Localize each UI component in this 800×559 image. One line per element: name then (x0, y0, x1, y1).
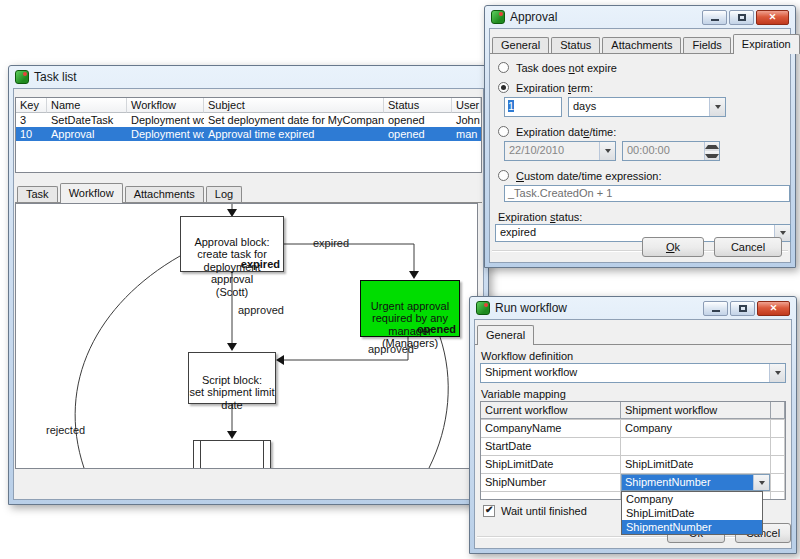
dropdown-button[interactable] (769, 364, 785, 382)
window-title: Approval (510, 10, 557, 24)
cell-name: SetDateTask (47, 113, 127, 127)
grid-row[interactable]: CompanyName Company (481, 420, 785, 438)
grid-cell-spacer (771, 474, 785, 491)
maximize-button[interactable] (729, 10, 754, 25)
tab-attachments[interactable]: Attachments (602, 37, 681, 53)
close-button[interactable]: ✕ (757, 301, 790, 316)
ok-button[interactable]: Ok (642, 237, 704, 257)
run-workflow-titlebar[interactable]: Run workflow ✕ (470, 297, 796, 319)
task-list-tabs: Task Workflow Attachments Log (15, 182, 482, 203)
workflow-definition-combo[interactable]: Shipment workflow (480, 363, 786, 383)
maximize-button[interactable] (730, 301, 755, 316)
tab-workflow[interactable]: Workflow (60, 183, 123, 203)
column-header-name[interactable]: Name (47, 98, 127, 113)
minimize-button[interactable] (702, 10, 727, 25)
workflow-definition-label: Workflow definition (481, 350, 573, 362)
grid-cell-spacer (771, 438, 785, 455)
cell-key: 10 (16, 127, 47, 141)
grid-cell-target[interactable]: ShipLimitDate (621, 456, 771, 473)
spin-down-button[interactable] (705, 151, 719, 160)
cell-name: Approval (47, 127, 127, 141)
node-shipment-workflow[interactable]: Shipment Workflow (193, 440, 271, 469)
node-urgent-approval[interactable]: Urgent approval required by any manager … (360, 280, 460, 337)
grid-cell-empty (481, 492, 621, 500)
task-list-titlebar[interactable]: Task list (9, 66, 488, 88)
node-script-block[interactable]: Script block: set shipment limit date (188, 352, 276, 404)
radio-custom-expression[interactable]: Custom date/time expression: (498, 169, 662, 182)
task-list-window: Task list Key Name Workflow Subject Stat… (8, 65, 489, 505)
minimize-button[interactable] (703, 301, 728, 316)
cell-workflow: Deployment wo... (127, 113, 204, 127)
radio-task-does-not-expire[interactable]: Task does not expire (498, 61, 617, 74)
node-approval-block[interactable]: Approval block: create task for deployme… (180, 216, 284, 272)
tab-log[interactable]: Log (206, 186, 242, 202)
tab-general[interactable]: General (477, 325, 534, 345)
close-icon: ✕ (769, 12, 777, 22)
radio-expiration-term[interactable]: Expiration term: (498, 81, 593, 94)
grid-cell-target[interactable]: Company (621, 420, 771, 437)
radio-expiration-datetime[interactable]: Expiration date/time: (498, 125, 616, 138)
approval-dialog: Approval ✕ General Status Attachments Fi… (484, 5, 796, 268)
radio-label: Expiration date/time: (516, 126, 616, 138)
node-status: opened (417, 323, 456, 336)
cell-user: man (452, 127, 481, 141)
table-row[interactable]: 3 SetDateTask Deployment wo... Set deplo… (16, 113, 481, 127)
wait-until-finished-checkbox[interactable]: Wait until finished (483, 505, 587, 517)
table-row-selected[interactable]: 10 Approval Deployment wo... Approval ti… (16, 127, 481, 141)
term-value-input[interactable]: 1 (504, 97, 562, 117)
grid-header: Current workflow Shipment workflow (481, 402, 785, 420)
variable-mapping-grid: Current workflow Shipment workflow Compa… (480, 401, 786, 500)
column-header-user[interactable]: User (452, 98, 481, 113)
chevron-up-icon (705, 145, 719, 149)
spin-up-button[interactable] (705, 142, 719, 151)
term-unit-combo[interactable]: days (568, 97, 726, 117)
target-variable-combo[interactable]: ShipmentNumber (621, 474, 770, 491)
run-workflow-tabs: General (475, 324, 791, 345)
approval-titlebar[interactable]: Approval ✕ (485, 6, 795, 28)
grid-row[interactable]: StartDate (481, 438, 785, 456)
dropdown-item-company[interactable]: Company (622, 492, 762, 506)
grid-header-spacer (771, 402, 785, 419)
column-header-key[interactable]: Key (16, 98, 47, 113)
expiration-status-label: Expiration status: (498, 211, 582, 223)
tab-task[interactable]: Task (17, 186, 58, 202)
app-icon (15, 70, 29, 84)
cell-workflow: Deployment wo... (127, 127, 204, 141)
grid-cell-target[interactable] (621, 438, 771, 455)
cell-key: 3 (16, 113, 47, 127)
column-header-subject[interactable]: Subject (204, 98, 384, 113)
dropdown-button[interactable] (709, 98, 725, 116)
variable-mapping-label: Variable mapping (481, 388, 566, 400)
window-title: Run workflow (495, 301, 567, 315)
run-workflow-body: General Workflow definition Shipment wor… (474, 319, 792, 549)
dropdown-button[interactable] (599, 142, 615, 160)
grid-header-current[interactable]: Current workflow (481, 402, 621, 419)
maximize-icon (739, 305, 747, 312)
expiration-time-spinner[interactable]: 00:00:00 (622, 141, 720, 161)
close-button[interactable]: ✕ (756, 10, 789, 25)
run-workflow-dialog: Run workflow ✕ General Workflow definiti… (469, 296, 797, 554)
chevron-down-icon (775, 371, 781, 375)
grid-row[interactable]: ShipLimitDate ShipLimitDate (481, 456, 785, 474)
tab-attachments[interactable]: Attachments (125, 186, 204, 202)
radio-label: Task does not expire (516, 62, 617, 74)
cell-subject: Set deployment date for MyCompany Inc. (204, 113, 384, 127)
custom-expression-input[interactable]: _Task.CreatedOn + 1 (504, 185, 790, 202)
dropdown-button[interactable] (753, 475, 769, 490)
tab-general[interactable]: General (492, 37, 549, 53)
dropdown-item-shipmentnumber[interactable]: ShipmentNumber (622, 520, 762, 534)
dropdown-item-shiplimitdate[interactable]: ShipLimitDate (622, 506, 762, 520)
tab-status[interactable]: Status (551, 37, 600, 53)
combo-value: 22/10/2010 (505, 142, 599, 160)
expiration-date-combo[interactable]: 22/10/2010 (504, 141, 616, 161)
combo-value: Shipment workflow (481, 364, 769, 382)
cancel-button[interactable]: Cancel (714, 237, 782, 257)
column-header-status[interactable]: Status (384, 98, 452, 113)
tab-expiration[interactable]: Expiration (733, 34, 800, 54)
grid-row[interactable]: ShipNumber ShipmentNumber (481, 474, 785, 492)
tab-fields[interactable]: Fields (683, 37, 730, 53)
chevron-down-icon (605, 149, 611, 153)
column-header-workflow[interactable]: Workflow (127, 98, 204, 113)
subprocess-line (200, 441, 201, 469)
grid-header-shipment[interactable]: Shipment workflow (621, 402, 771, 419)
